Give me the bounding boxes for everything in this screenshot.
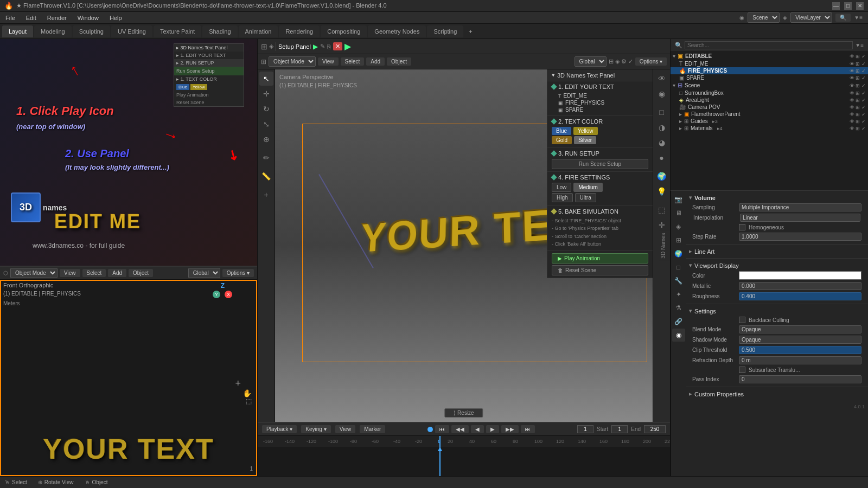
- metallic-input[interactable]: [739, 282, 861, 290]
- end-frame-input[interactable]: [644, 425, 666, 433]
- studio-light-icon[interactable]: 💡: [655, 184, 669, 198]
- viewport-icon-1[interactable]: ⊞: [261, 42, 267, 51]
- props-tab-physics[interactable]: ⚗: [672, 301, 685, 314]
- n-panel-tab[interactable]: 3D Names: [659, 230, 670, 260]
- props-tab-render[interactable]: 📷: [672, 193, 685, 206]
- object-btn[interactable]: Object: [387, 57, 411, 66]
- btn-ultra[interactable]: Ultra: [575, 193, 596, 202]
- interp-select[interactable]: Linear: [740, 214, 860, 222]
- props-tab-scene[interactable]: ⊞: [672, 234, 685, 247]
- props-tab-particles[interactable]: ✦: [672, 288, 685, 301]
- outliner-spare[interactable]: ▣ SPARE 👁 ⊞ ✓: [671, 74, 868, 81]
- cursor-tool-icon[interactable]: ↖: [259, 72, 273, 86]
- outliner-flamethrower[interactable]: ▸ ▣ FlamethrowerParent 👁 ⊞ ✓: [671, 111, 868, 118]
- props-tab-constraints[interactable]: 🔗: [672, 315, 685, 328]
- view-3d-icon[interactable]: 👁: [655, 72, 669, 86]
- btn-medium[interactable]: Medium: [573, 183, 603, 192]
- color-swatch[interactable]: [739, 271, 861, 280]
- props-tab-output[interactable]: 🖥: [672, 207, 685, 220]
- shading-material-icon[interactable]: ◕: [655, 136, 669, 150]
- outliner-camera-pov[interactable]: 🎥 Camera POV 👁 ⊞ ✓: [671, 104, 868, 111]
- setup-panel-close-btn[interactable]: ✕: [333, 42, 342, 50]
- prev-frame-btn[interactable]: ◀◀: [451, 425, 469, 433]
- tab-sculpting[interactable]: Sculpting: [73, 25, 110, 37]
- custom-props-header[interactable]: ▸ Custom Properties: [689, 389, 865, 399]
- subsurface-checkbox[interactable]: [739, 367, 745, 373]
- select-btn[interactable]: Select: [341, 57, 365, 66]
- front-object-mode[interactable]: Object Mode: [10, 268, 58, 278]
- tab-compositing[interactable]: Compositing: [321, 25, 367, 37]
- tab-texture-paint[interactable]: Texture Paint: [154, 25, 201, 37]
- btn-gold[interactable]: Gold: [552, 136, 572, 144]
- front-select-btn[interactable]: Select: [82, 269, 106, 277]
- keying-btn[interactable]: Keying ▾: [301, 425, 330, 433]
- ortho-extra-btn[interactable]: ⬚: [246, 397, 252, 405]
- jump-start-btn[interactable]: ⏮: [435, 425, 449, 433]
- front-view-btn[interactable]: View: [60, 269, 80, 277]
- run-scene-setup-btn[interactable]: Run Scene Setup: [552, 159, 648, 169]
- play-btn[interactable]: ▶: [486, 425, 499, 433]
- search-button[interactable]: 🔍: [835, 14, 851, 22]
- outliner-edit-me[interactable]: T EDIT_ME 👁 ⊞ ✓: [671, 60, 868, 67]
- refraction-input[interactable]: [739, 356, 861, 364]
- scene-world-icon[interactable]: 🌍: [655, 169, 669, 183]
- add-workspace-button[interactable]: +: [464, 28, 476, 35]
- outliner-scene[interactable]: ▾ ⊞ Scene 👁 ⊞ ✓: [671, 81, 868, 89]
- global-transform-select[interactable]: Global: [575, 56, 607, 67]
- outliner-fire-physics[interactable]: 🔥 FIRE_PHYSICS 👁 ⊞ ✓: [671, 67, 868, 74]
- tab-shading[interactable]: Shading: [202, 25, 237, 37]
- add-object-icon[interactable]: +: [259, 188, 273, 202]
- play-icon[interactable]: ▶: [344, 41, 351, 52]
- viewport-body[interactable]: ↖ ✛ ↻ ⤡ ⊕ ✏ 📏 + Camera Perspective (1) E…: [258, 69, 670, 422]
- viewport-display-header[interactable]: ▾ Viewport Display: [689, 261, 865, 270]
- front-options-btn[interactable]: Options ▾: [222, 269, 254, 277]
- shading-wire-icon[interactable]: □: [655, 105, 669, 119]
- tab-geometry-nodes[interactable]: Geometry Nodes: [368, 25, 426, 37]
- clip-threshold-input[interactable]: [739, 346, 861, 354]
- shadow-mode-select[interactable]: Opaque: [739, 336, 861, 344]
- front-global-select[interactable]: Global: [188, 268, 220, 278]
- transform-tool-icon[interactable]: ⊕: [259, 132, 273, 146]
- playback-btn[interactable]: Playback ▾: [262, 425, 297, 433]
- jump-end-btn[interactable]: ⏭: [521, 425, 535, 433]
- tab-scripting[interactable]: Scripting: [427, 25, 463, 37]
- props-tab-view-layer[interactable]: ◈: [672, 220, 685, 233]
- scene-select[interactable]: Scene: [748, 12, 780, 23]
- volume-header[interactable]: ▾ Volume: [689, 193, 865, 202]
- prev-btn[interactable]: ◀: [471, 425, 484, 433]
- setup-panel-copy-icon[interactable]: ⎘: [327, 43, 331, 50]
- edit-me-item[interactable]: T EDIT_ME: [552, 92, 648, 99]
- move-tool-icon[interactable]: ✛: [259, 87, 273, 101]
- menu-edit[interactable]: Edit: [21, 12, 42, 23]
- names-panel-header[interactable]: ▾ 3D Names Text Panel: [547, 69, 653, 81]
- blend-mode-select[interactable]: Opaque: [739, 325, 861, 333]
- homogeneous-checkbox[interactable]: [739, 224, 745, 230]
- menu-file[interactable]: File: [0, 12, 21, 23]
- outliner-guides[interactable]: ▸ ⊞ Guides ▸3 👁 ⊞ ✓: [671, 118, 868, 125]
- setup-panel-edit-icon[interactable]: ✎: [320, 43, 325, 50]
- current-frame-input[interactable]: [577, 425, 593, 433]
- settings-header[interactable]: ▾ Settings: [689, 306, 865, 316]
- props-tab-object[interactable]: □: [672, 261, 685, 274]
- roughness-input[interactable]: [739, 292, 861, 300]
- menu-window[interactable]: Window: [72, 12, 104, 23]
- view-timeline-btn[interactable]: View: [335, 425, 356, 433]
- step-rate-input[interactable]: [739, 233, 861, 241]
- outliner-search-input[interactable]: [685, 41, 853, 49]
- fire-physics-item[interactable]: ▣ FIRE_PHYSICS: [552, 99, 648, 106]
- scale-tool-icon[interactable]: ⤡: [259, 117, 273, 131]
- ortho-plus-btn[interactable]: +: [235, 378, 241, 389]
- menu-render[interactable]: Render: [42, 12, 72, 23]
- viewlayer-select[interactable]: ViewLayer: [790, 12, 832, 23]
- menu-help[interactable]: Help: [104, 12, 127, 23]
- outliner-arealight[interactable]: ◈ AreaLight 👁 ⊞ ✓: [671, 97, 868, 104]
- outliner-filter-icon[interactable]: ▼≡: [855, 42, 864, 48]
- outliner-search-icon[interactable]: 🔍: [675, 42, 682, 49]
- sampling-select[interactable]: Multiple Importance: [739, 203, 861, 211]
- front-add-btn[interactable]: Add: [108, 269, 126, 277]
- view-btn[interactable]: View: [318, 57, 339, 66]
- timeline-body[interactable]: -160 -140 -120 -100 -80 -60 -40 -20 0 20…: [258, 436, 670, 477]
- shading-solid-icon[interactable]: ◑: [655, 120, 669, 134]
- outliner-editable[interactable]: ▾ ▣ EDITABLE 👁 ⊞ ✓: [671, 52, 868, 60]
- overlay-icon[interactable]: ⬚: [655, 203, 669, 217]
